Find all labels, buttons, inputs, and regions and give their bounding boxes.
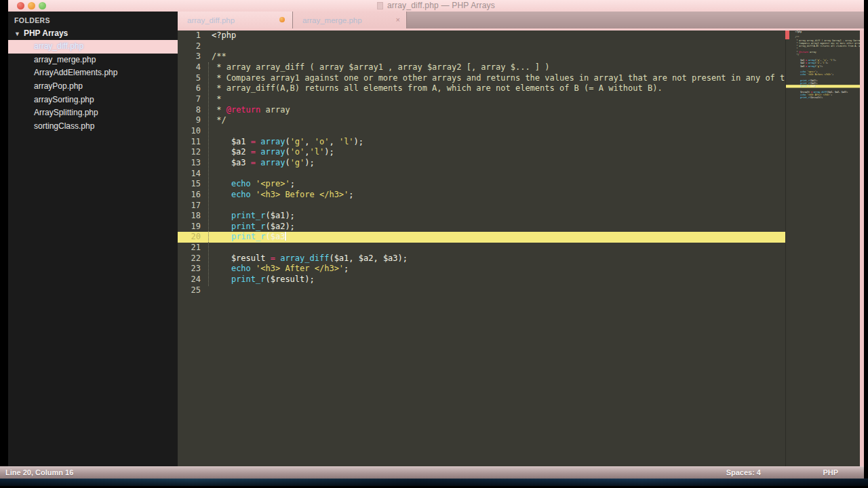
code-line-3[interactable]: 3/**	[178, 52, 785, 62]
code-block: 1<?php23/**4 * array array_diff ( array …	[786, 30, 860, 102]
indent-setting[interactable]: Spaces: 4	[726, 468, 761, 476]
code-line-7[interactable]: 7 *	[178, 94, 785, 105]
line-number: 18	[178, 211, 201, 222]
line-number: 25	[178, 285, 201, 296]
code-line-19[interactable]: 19 print_r($a2);	[178, 222, 785, 232]
line-number: 2	[178, 41, 201, 52]
minimap-scroll-indicator[interactable]	[785, 30, 789, 39]
disclosure-triangle-icon[interactable]: ▼	[14, 30, 20, 37]
code-line-18[interactable]: 18 print_r($a1);	[178, 211, 785, 222]
code-line-17[interactable]: 17	[178, 201, 785, 211]
sidebar-file-ArraySplitting.php[interactable]: ArraySplitting.php	[8, 106, 178, 120]
status-bar: Line 20, Column 16 Spaces: 4 PHP	[0, 466, 864, 479]
code-line-5[interactable]: 5 * Compares array1 against one or more …	[178, 73, 785, 84]
code-line-14[interactable]: 14	[178, 169, 785, 180]
sidebar-file-ArrayAddElements.php[interactable]: ArrayAddElements.php	[8, 66, 178, 80]
line-number: 22	[178, 253, 201, 264]
line-text: echo '<h3> Before </h3>';	[201, 190, 354, 201]
code-line-9[interactable]: 9 */	[178, 115, 785, 126]
code-line-15[interactable]: 15 echo '<pre>';	[178, 179, 785, 190]
screen: array_diff.php — PHP Arrays array_diff.p…	[0, 0, 868, 488]
line-text	[201, 201, 212, 211]
sidebar-file-sortingClass.php[interactable]: sortingClass.php	[8, 120, 178, 134]
syntax-mode[interactable]: PHP	[823, 468, 838, 476]
close-tab-icon[interactable]: ×	[396, 12, 400, 28]
code-line-8[interactable]: 8 * @return array	[178, 105, 785, 116]
folders-header: FOLDERS	[8, 12, 178, 24]
minimap-line-text: print_r($a3	[792, 85, 815, 87]
sidebar-file-array_merge.php[interactable]: array_merge.php	[8, 54, 178, 67]
code-line-16[interactable]: 16 echo '<h3> Before </h3>';	[178, 190, 785, 201]
tab-array_merge.php[interactable]: array_merge.php×	[293, 12, 407, 28]
line-number: 21	[178, 243, 201, 253]
code-line-20[interactable]: 20 print_r($a3	[178, 232, 785, 243]
line-number: 12	[178, 147, 201, 158]
line-number: 19	[178, 222, 201, 232]
line-number: 5	[178, 73, 201, 84]
line-number: 15	[178, 179, 201, 190]
line-text: print_r($a1);	[201, 211, 295, 222]
sidebar-file-arraySorting.php[interactable]: arraySorting.php	[8, 94, 178, 107]
minimap-content: 1<?php23/**4 * array array_diff ( array …	[786, 30, 860, 102]
code-line-13[interactable]: 13 $a3 = array('g');	[178, 158, 785, 169]
line-text	[201, 169, 212, 180]
sidebar-folder-php-arrays[interactable]: ▼PHP Arrays	[8, 24, 178, 40]
line-text: $a1 = array('g', 'o', 'l');	[201, 137, 363, 148]
code-line-11[interactable]: 11 $a1 = array('g', 'o', 'l');	[178, 137, 785, 148]
sidebar-file-array_diff.php[interactable]: array_diff.php	[8, 40, 178, 54]
line-number: 7	[178, 94, 201, 105]
cursor-position-label: Line 20, Column 16	[5, 468, 73, 476]
code-line-6[interactable]: 6 * array_diff(A,B) returns all elements…	[178, 83, 785, 94]
code-line-10[interactable]: 10	[178, 126, 785, 137]
line-number: 23	[178, 264, 201, 274]
line-number: 8	[178, 105, 201, 116]
window-right-border	[860, 30, 864, 466]
tab-label: array_diff.php	[187, 16, 235, 24]
line-number: 11	[178, 137, 201, 148]
line-number: 10	[178, 126, 201, 137]
line-text: * Compares array1 against one or more ot…	[201, 73, 785, 84]
minimap-line-text: $a3 = array('g');	[792, 65, 823, 68]
line-number: 1	[178, 30, 201, 41]
tab-array_diff.php[interactable]: array_diff.php	[178, 12, 293, 28]
line-number: 9	[178, 115, 201, 126]
minimap[interactable]: 1<?php23/**4 * array array_diff ( array …	[785, 30, 860, 466]
minimap-line-text: print_r($result);	[792, 96, 823, 99]
line-text	[201, 41, 212, 52]
line-text: print_r($a2);	[201, 222, 295, 232]
line-number: 20	[178, 232, 201, 243]
minimap-line-text	[792, 99, 795, 102]
code-editor[interactable]: 1<?php23/**4 * array array_diff ( array …	[178, 30, 785, 466]
line-text: print_r($result);	[201, 274, 315, 285]
line-text	[201, 126, 212, 137]
sidebar: FOLDERS ▼PHP Arrays array_diff.phparray_…	[8, 12, 178, 466]
modified-dot-icon[interactable]	[279, 17, 285, 22]
code-line-22[interactable]: 22 $result = array_diff($a1, $a2, $a3);	[178, 253, 785, 264]
code-line-12[interactable]: 12 $a2 = array('o','l');	[178, 147, 785, 158]
indent-guide	[208, 62, 209, 286]
minimap-text-cursor	[815, 85, 816, 87]
code-line-25[interactable]: 25	[178, 285, 785, 296]
line-text	[201, 285, 212, 296]
code-line-4[interactable]: 4 * array array_diff ( array $array1 , a…	[178, 62, 785, 73]
code-line-1[interactable]: 1<?php	[178, 30, 785, 41]
code-line-24[interactable]: 24 print_r($result);	[178, 274, 785, 285]
line-number: 4	[178, 62, 201, 73]
line-number: 3	[178, 52, 201, 62]
sidebar-file-list: array_diff.phparray_merge.phpArrayAddEle…	[8, 40, 178, 134]
line-text: <?php	[201, 30, 236, 41]
document-icon	[377, 2, 383, 9]
code-line-23[interactable]: 23 echo '<h3> After </h3>';	[178, 264, 785, 274]
folder-label: PHP Arrays	[24, 28, 68, 38]
line-text: echo '<h3> After </h3>';	[201, 264, 349, 274]
code-line-2[interactable]: 2	[178, 41, 785, 52]
line-text: */	[201, 115, 226, 126]
sidebar-file-arrayPop.php[interactable]: arrayPop.php	[8, 80, 178, 94]
line-text: echo '<pre>';	[201, 179, 295, 190]
line-text: $a3 = array('g');	[201, 158, 315, 169]
code-line-21[interactable]: 21	[178, 243, 785, 253]
line-text: * array array_diff ( array $array1 , arr…	[201, 62, 550, 73]
line-number: 16	[178, 190, 201, 201]
line-number: 17	[178, 201, 201, 211]
line-text	[201, 243, 212, 253]
